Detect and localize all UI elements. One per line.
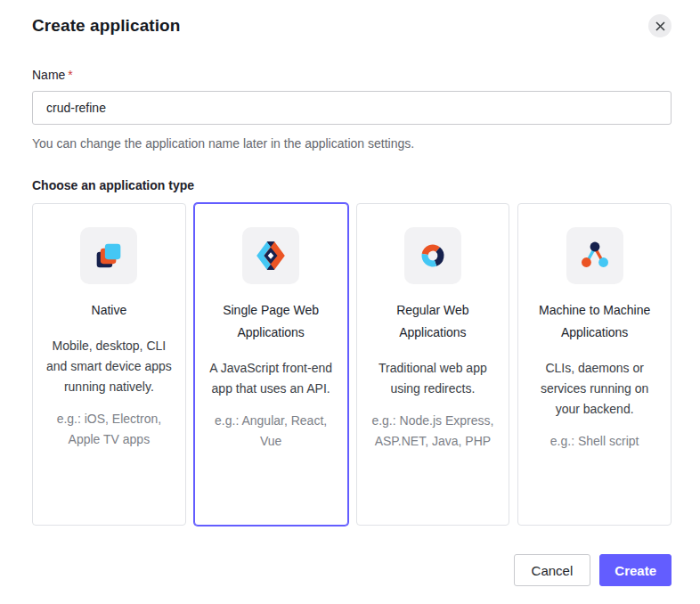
- dialog-header: Create application: [32, 14, 672, 37]
- application-type-cards: Native Mobile, desktop, CLI and smart de…: [32, 203, 672, 526]
- required-asterisk: *: [68, 68, 72, 82]
- name-field-group: Name* You can change the application nam…: [32, 67, 672, 151]
- spa-icon-tile: [242, 227, 299, 284]
- regular-web-icon-tile: [404, 227, 461, 284]
- dialog-title: Create application: [32, 14, 181, 36]
- card-native[interactable]: Native Mobile, desktop, CLI and smart de…: [32, 203, 186, 526]
- card-description: CLIs, daemons or services running on you…: [530, 358, 659, 420]
- close-icon: [655, 21, 665, 31]
- card-description: A JavaScript front-end app that uses an …: [207, 358, 336, 399]
- create-button[interactable]: Create: [599, 554, 672, 586]
- network-nodes-icon: [577, 238, 613, 273]
- card-examples: e.g.: Angular, React, Vue: [207, 411, 336, 452]
- card-title: Single Page Web Applications: [207, 299, 336, 344]
- card-description: Mobile, desktop, CLI and smart device ap…: [45, 336, 174, 397]
- name-input[interactable]: [32, 91, 672, 125]
- application-type-label: Choose an application type: [32, 178, 672, 192]
- card-regular-web[interactable]: Regular Web Applications Traditional web…: [356, 203, 510, 526]
- dialog-footer: Cancel Create: [32, 554, 672, 586]
- native-icon-tile: [80, 227, 137, 284]
- m2m-icon-tile: [566, 227, 623, 284]
- name-label: Name*: [32, 68, 73, 82]
- stacked-squares-icon: [91, 238, 126, 273]
- cancel-button[interactable]: Cancel: [514, 554, 591, 586]
- card-title: Regular Web Applications: [369, 299, 498, 344]
- card-title: Native: [45, 299, 174, 322]
- diamond-icon: [253, 238, 289, 273]
- card-examples: e.g.: Node.js Express, ASP.NET, Java, PH…: [369, 411, 498, 452]
- name-help-text: You can change the application name late…: [32, 136, 672, 151]
- create-application-dialog: Create application Name* You can change …: [0, 0, 700, 586]
- card-description: Traditional web app using redirects.: [369, 358, 498, 399]
- ring-segments-icon: [415, 238, 451, 273]
- card-machine-to-machine[interactable]: Machine to Machine Applications CLIs, da…: [517, 203, 672, 526]
- card-single-page-web[interactable]: Single Page Web Applications A JavaScrip…: [194, 203, 348, 526]
- card-examples: e.g.: Shell script: [530, 431, 659, 452]
- card-examples: e.g.: iOS, Electron, Apple TV apps: [45, 409, 174, 450]
- card-title: Machine to Machine Applications: [530, 299, 659, 344]
- close-button[interactable]: [648, 14, 672, 37]
